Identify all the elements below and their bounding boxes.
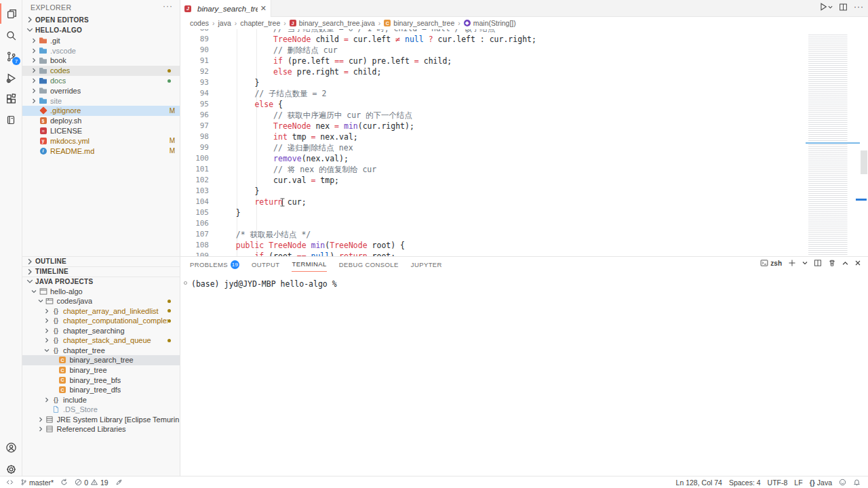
chevron-down-icon — [31, 288, 37, 295]
status-problems[interactable]: 019 — [75, 479, 108, 487]
panel-tab-terminal[interactable]: TERMINAL — [292, 257, 326, 272]
breadcrumb: codes›java›chapter_tree›Jbinary_search_t… — [180, 17, 868, 29]
panel-tab-problems[interactable]: PROBLEMS19 — [190, 257, 239, 272]
chevron-right-icon — [43, 396, 50, 403]
explorer-item-docs[interactable]: docs — [22, 76, 180, 86]
mouse-cursor-ibeam — [279, 198, 285, 207]
explorer-item--vscode[interactable]: .vscode — [22, 45, 180, 56]
java-project-item-binary-tree-bfs[interactable]: Cbinary_tree_bfs — [22, 375, 180, 385]
run-and-debug-icon[interactable] — [0, 68, 22, 88]
terminal-dropdown-icon[interactable] — [802, 260, 808, 266]
project-root-label: HELLO-ALGO — [35, 26, 82, 34]
outline-section[interactable]: OUTLINE — [22, 256, 180, 266]
status-sync[interactable] — [60, 479, 68, 486]
breadcrumb-item-binary-search-tree[interactable]: Cbinary_search_tree — [384, 19, 454, 27]
java-project-item-binary-tree-dfs[interactable]: Cbinary_tree_dfs — [22, 385, 180, 395]
shell-indicator[interactable]: zsh — [760, 259, 782, 267]
status-java-status[interactable] — [115, 479, 123, 486]
run-button[interactable] — [818, 2, 833, 12]
breadcrumb-item-codes[interactable]: codes — [190, 19, 209, 27]
status-remote[interactable] — [6, 479, 14, 486]
java-project-item-referenced-libraries[interactable]: Referenced Libraries — [22, 424, 180, 434]
panel-tab-debug-console[interactable]: DEBUG CONSOLE — [339, 257, 399, 272]
close-panel-icon[interactable] — [854, 260, 861, 266]
java-project-item-codes-java[interactable]: codes/java — [22, 296, 180, 306]
explorer-item--git[interactable]: .git — [22, 36, 180, 46]
explorer-item-readme-md[interactable]: iREADME.mdM — [22, 146, 180, 156]
line-number: 98 — [180, 131, 209, 142]
tab-binary-search-tree[interactable]: J binary_search_tree.java ✕ — [180, 0, 271, 17]
java-project-item-binary-search-tree[interactable]: Cbinary_search_tree — [22, 355, 180, 365]
item-label: site — [50, 97, 62, 105]
breadcrumb-item-chapter-tree[interactable]: chapter_tree — [240, 19, 280, 27]
terminal-command-decoration[interactable] — [184, 281, 187, 285]
line-number: 91 — [180, 56, 209, 66]
new-terminal-icon[interactable] — [788, 259, 796, 267]
status-notifications[interactable] — [853, 479, 861, 486]
item-label: binary_tree_dfs — [70, 386, 121, 394]
explorer-item-mkdocs-yml[interactable]: ymkdocs.ymlM — [22, 136, 180, 146]
item-label: .vscode — [50, 47, 76, 55]
open-editors-section[interactable]: OPEN EDITORS — [22, 15, 180, 25]
maximize-panel-icon[interactable] — [842, 260, 848, 266]
braces-icon: {} — [52, 337, 60, 344]
java-projects-section[interactable]: JAVA PROJECTS — [22, 277, 180, 287]
status-indentation[interactable]: Spaces: 4 — [729, 479, 761, 487]
explorer-more-actions-icon[interactable]: ··· — [163, 1, 173, 11]
java-project-item-chapter-computational-complexity[interactable]: {}chapter_computational_complexity — [22, 316, 180, 326]
scrollbar-thumb[interactable] — [861, 150, 867, 174]
status-encoding[interactable]: UTF-8 — [768, 479, 788, 487]
license-icon: ≡ — [39, 127, 47, 134]
split-editor-button[interactable] — [839, 3, 848, 12]
java-project-item-hello-algo[interactable]: hello-algo — [22, 286, 180, 296]
code-editor[interactable]: 88 // 当子结点数量 = 0 / 1 时, child = null / 该… — [180, 29, 868, 256]
tab-label: binary_search_tree.java — [197, 5, 258, 13]
more-actions-button[interactable]: ··· — [854, 2, 864, 12]
explorer-icon[interactable] — [0, 3, 22, 24]
tab-close-icon[interactable]: ✕ — [260, 4, 267, 13]
breadcrumb-item-java[interactable]: java — [218, 19, 231, 27]
source-control-icon[interactable]: 7 — [0, 46, 22, 66]
notebook-icon[interactable] — [0, 110, 22, 130]
class-icon: C — [58, 357, 67, 363]
java-project-item-chapter-tree[interactable]: {}chapter_tree — [22, 346, 180, 356]
java-project-item-chapter-array-and-linkedlist[interactable]: {}chapter_array_and_linkedlist — [22, 306, 180, 316]
explorer-item-codes[interactable]: codes — [22, 66, 180, 76]
breadcrumb-separator: › — [378, 19, 381, 27]
breadcrumb-item-main-string-[interactable]: ◆main(String[]) — [464, 19, 516, 27]
status-eol[interactable]: LF — [794, 479, 802, 487]
panel-tab-jupyter[interactable]: JUPYTER — [411, 257, 442, 272]
status-cursor-position[interactable]: Ln 128, Col 74 — [676, 479, 722, 487]
timeline-section[interactable]: TIMELINE — [22, 266, 180, 277]
explorer-item-overrides[interactable]: overrides — [22, 85, 180, 96]
java-project-item--ds-store[interactable]: .DS_Store — [22, 405, 180, 415]
code-line-94: 94 // 子结点数量 = 2 — [180, 88, 804, 99]
line-number: 90 — [180, 45, 209, 56]
explorer-item--gitignore[interactable]: .gitignoreM — [22, 106, 180, 116]
explorer-item-site[interactable]: site — [22, 96, 180, 106]
class-icon: C — [58, 377, 67, 384]
kill-terminal-icon[interactable] — [828, 259, 836, 267]
accounts-icon[interactable] — [0, 437, 22, 458]
item-label: binary_tree — [70, 366, 107, 374]
status-feedback[interactable] — [839, 479, 846, 486]
explorer-item-book[interactable]: book — [22, 56, 180, 66]
java-project-item-chapter-searching[interactable]: {}chapter_searching — [22, 326, 180, 336]
java-project-item-binary-tree[interactable]: Cbinary_tree — [22, 365, 180, 375]
java-project-item-chapter-stack-and-queue[interactable]: {}chapter_stack_and_queue — [22, 336, 180, 346]
extensions-icon[interactable] — [0, 89, 22, 109]
project-root-section[interactable]: HELLO-ALGO — [22, 25, 180, 35]
explorer-item-deploy-sh[interactable]: $deploy.sh — [22, 116, 180, 126]
split-terminal-icon[interactable] — [814, 259, 822, 267]
status-language-mode[interactable]: {}Java — [810, 479, 832, 487]
item-label: binary_search_tree — [70, 356, 134, 364]
problems-badge: 19 — [231, 260, 239, 269]
explorer-item-license[interactable]: ≡LICENSE — [22, 126, 180, 136]
java-project-item-include[interactable]: {}include — [22, 394, 180, 405]
search-icon[interactable] — [0, 25, 22, 45]
terminal-prompt[interactable]: (base) jyd@JYD-MBP hello-algo % — [191, 279, 337, 289]
breadcrumb-item-binary-search-tree-java[interactable]: Jbinary_search_tree.java — [290, 19, 375, 27]
panel-tab-output[interactable]: OUTPUT — [252, 257, 279, 272]
status-git-branch[interactable]: master* — [20, 479, 54, 487]
java-project-item-jre-system-library-eclipse-temurin-17-17-[interactable]: JRE System Library [Eclipse Temurin 17 [… — [22, 415, 180, 425]
